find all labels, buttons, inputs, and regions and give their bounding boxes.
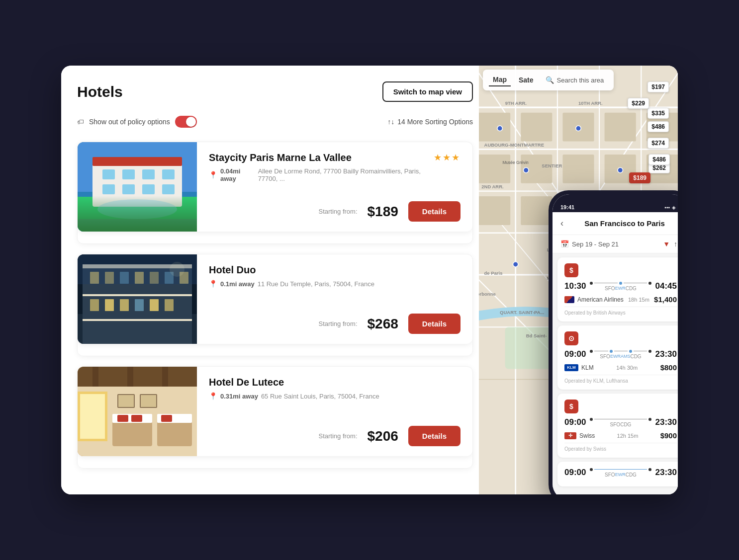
svg-text:AUBOURG-MONTMARTRE: AUBOURG-MONTMARTRE (484, 142, 544, 148)
svg-text:Musée Grévin: Musée Grévin (502, 160, 529, 165)
search-area-button[interactable]: 🔍 Search this area (542, 74, 608, 86)
airport-labels-1: SFO EWR CDG (605, 286, 637, 291)
svg-rect-12 (162, 184, 175, 194)
sorting-label: 14 More Sorting Options (397, 118, 473, 126)
phone-status-bar: 19:41 ▪▪▪ ◈ ▮ (553, 194, 678, 212)
flight-details-3: ✛ Swiss 12h 15m $900 (564, 431, 677, 440)
svg-point-94 (618, 167, 623, 173)
details-button-2[interactable]: Details (408, 314, 461, 334)
map-price-335[interactable]: $335 (647, 108, 669, 119)
flight-card-1[interactable]: $ 10:30 (557, 257, 678, 321)
filter-icon[interactable]: ▼ (663, 240, 670, 248)
sorting-options-button[interactable]: ↑↓ 14 More Sorting Options (387, 118, 473, 126)
svg-point-91 (576, 126, 581, 131)
sort-arrows-icon: ↑↓ (387, 118, 394, 126)
depart-time-1: 10:30 (564, 281, 586, 291)
svg-rect-9 (102, 184, 115, 194)
policy-toggle[interactable] (175, 116, 197, 128)
starting-from-label-3: Starting from: (318, 432, 357, 440)
line-2b (614, 351, 628, 352)
arrive-airport-1: CDG (626, 286, 637, 291)
klm-logo: KLM (564, 364, 578, 371)
map-price-189[interactable]: $189 (629, 172, 650, 183)
svg-rect-10 (122, 184, 135, 194)
flight-card-3[interactable]: $ 09:00 SFO (557, 394, 678, 458)
operated-by-3: Operated by Swiss (564, 443, 677, 452)
flight-card-2[interactable]: ⊙ 09:00 (557, 325, 678, 390)
svg-rect-7 (142, 169, 155, 179)
stop-1 (619, 282, 622, 285)
svg-rect-11 (142, 184, 155, 194)
svg-text:de Paris: de Paris (484, 270, 503, 276)
hotel-info-2: Hotel Duo 📍 0.1mi away 11 Rue Du Temple,… (197, 254, 472, 344)
tab-satellite[interactable]: Sate (515, 74, 538, 86)
dot-left-3 (590, 418, 593, 421)
hotel-top-3: Hotel De Lutece 📍 0.31mi away 65 Rue Sai… (209, 377, 461, 400)
flight-price-2: $800 (660, 363, 677, 372)
hotel-card-2: Hotel Duo 📍 0.1mi away 11 Rue Du Temple,… (77, 254, 473, 356)
svg-rect-86 (521, 196, 552, 225)
map-price-486b[interactable]: $486 (648, 154, 670, 165)
svg-rect-30 (120, 299, 129, 311)
arrive-time-3: 23:30 (655, 417, 677, 427)
airline-name-2: KLM (581, 364, 594, 371)
flight-line-2: SFO EWR AMS CDG (590, 350, 651, 359)
hotel-name-1: Staycity Paris Marne La Vallee (209, 152, 434, 163)
hotel-top-2: Hotel Duo 📍 0.1mi away 11 Rue Du Temple,… (209, 264, 461, 288)
hotel-name-2: Hotel Duo (209, 264, 374, 276)
phone-screen: 19:41 ▪▪▪ ◈ ▮ ‹ San Francisco to Paris (553, 194, 678, 494)
aa-logo (564, 296, 574, 303)
depart-time-4: 09:00 (564, 468, 586, 478)
search-area-label: Search this area (557, 77, 604, 84)
details-button-1[interactable]: Details (408, 201, 461, 222)
switch-map-button[interactable]: Switch to map view (382, 81, 473, 102)
back-button[interactable]: ‹ (560, 218, 563, 229)
map-price-486a[interactable]: $486 (647, 121, 669, 132)
details-button-3[interactable]: Details (408, 426, 461, 446)
airline-info-2: KLM KLM (564, 364, 594, 371)
svg-text:SENTIER: SENTIER (542, 163, 562, 168)
hotel-distance-2: 0.1mi away (220, 280, 255, 288)
sort-icon[interactable]: ↑↓ (674, 240, 678, 248)
phone-content: ‹ San Francisco to Paris 📅 Sep 19 - Sep … (553, 212, 678, 494)
hotel-stars-1: ★★★ (434, 152, 461, 163)
route-line-1 (590, 282, 651, 285)
map-price-274[interactable]: $274 (647, 138, 669, 149)
map-price-197[interactable]: $197 (647, 81, 669, 92)
policy-icon: 🏷 (77, 118, 84, 126)
depart-airport-4: SFO (605, 472, 615, 478)
svg-rect-55 (141, 395, 156, 407)
depart-time-2: 09:00 (564, 349, 586, 359)
hotel-location-3: 📍 0.31mi away 65 Rue Saint Louis, Paris,… (209, 392, 379, 400)
search-icon: 🔍 (546, 76, 554, 84)
badge-icon-2: ⊙ (568, 334, 574, 342)
svg-rect-44 (80, 394, 105, 439)
svg-text:Bd Saint-: Bd Saint- (526, 333, 547, 338)
route-line-3 (590, 418, 651, 421)
flight-card-4[interactable]: 09:00 SFO EWR CDG (557, 462, 678, 486)
stop-2b (629, 350, 632, 353)
flight-badge-1: $ (564, 263, 578, 277)
hotel-distance-3: 0.31mi away (220, 393, 258, 400)
svg-point-35 (170, 262, 185, 277)
swiss-cross: ✛ (568, 433, 572, 438)
map-price-229[interactable]: $229 (628, 98, 649, 109)
airport-labels-4: SFO EWR CDG (605, 472, 637, 478)
hotel-price-3: $206 (368, 428, 398, 444)
phone-status-icons: ▪▪▪ ◈ ▮ (664, 205, 678, 210)
duration-1: 18h 15m (628, 297, 649, 303)
duration-2: 14h 30m (616, 365, 638, 371)
flight-details-2: KLM KLM 14h 30m $800 (564, 363, 677, 372)
signal-icon: ▪▪▪ (664, 205, 670, 210)
tab-map[interactable]: Map (489, 74, 511, 86)
airline-info-1: American Airlines (564, 296, 624, 303)
operated-by-2: Operated by KLM, Lufthansa (564, 375, 677, 384)
hotel-distance-1: 0.04mi away (220, 167, 255, 182)
hotel-name-3: Hotel De Lutece (209, 377, 379, 388)
hotel-image-3 (78, 367, 197, 456)
svg-rect-49 (117, 415, 128, 422)
svg-rect-20 (83, 319, 192, 321)
svg-rect-31 (135, 299, 144, 311)
wifi-icon: ◈ (672, 205, 676, 210)
arrive-time-2: 23:30 (655, 349, 677, 359)
